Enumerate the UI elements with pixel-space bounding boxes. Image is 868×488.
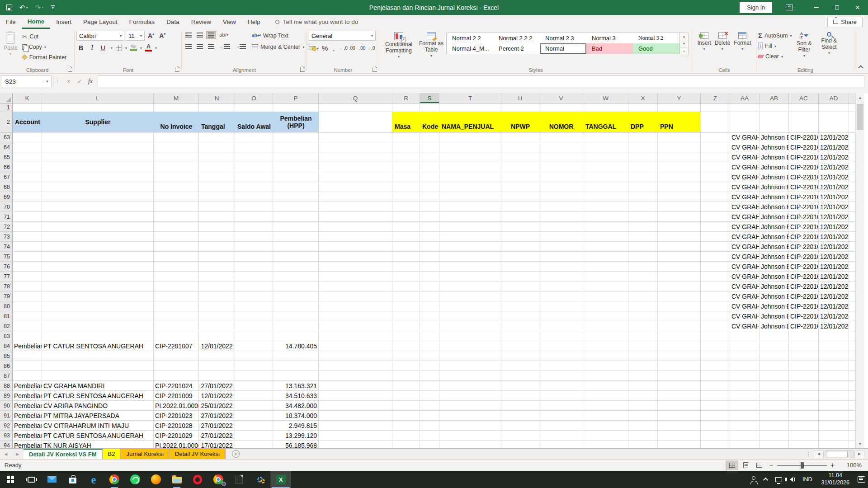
cell-X63[interactable] (628, 132, 658, 142)
cell-X70[interactable] (628, 202, 658, 212)
row-header-91[interactable]: 91 (0, 411, 13, 421)
cell-X87[interactable] (628, 371, 658, 381)
cell-Z73[interactable] (701, 232, 730, 242)
cell-style-normal-3[interactable]: Normal 3 (586, 33, 633, 43)
cell-R83[interactable] (392, 331, 420, 341)
ribbon-tab-insert[interactable]: Insert (50, 15, 77, 29)
row-header-82[interactable]: 82 (0, 321, 13, 331)
taskbar-button-opera[interactable] (187, 471, 208, 488)
cell-R80[interactable] (392, 301, 420, 311)
cell-W67[interactable] (583, 172, 628, 182)
cell-M77[interactable] (154, 272, 199, 282)
cell-AA69[interactable]: CV GRAHA (730, 192, 760, 202)
cell-P68[interactable] (273, 182, 319, 192)
conditional-formatting-button[interactable]: Conditional Formatting ▾ (381, 31, 416, 66)
cell-Y80[interactable] (658, 301, 701, 311)
find-select-button[interactable]: Find & Select▾ (816, 31, 841, 66)
cell-style-normal-2-2-2[interactable]: Normal 2 2 2 (493, 33, 540, 43)
cell-O93[interactable] (235, 431, 273, 441)
cell-P69[interactable] (273, 192, 319, 202)
cell-X64[interactable] (628, 142, 658, 152)
cell-M73[interactable] (154, 232, 199, 242)
cell-T83[interactable] (439, 331, 501, 341)
row-header-73[interactable]: 73 (0, 232, 13, 242)
cell-S75[interactable] (420, 252, 439, 262)
cell-AB85[interactable] (760, 351, 789, 361)
cell-AB63[interactable]: Johnson Ba (760, 132, 789, 142)
cell-Y86[interactable] (658, 361, 701, 371)
cell-AA85[interactable] (730, 351, 760, 361)
cell-U68[interactable] (501, 182, 539, 192)
cell-T80[interactable] (439, 301, 501, 311)
cell-AD67[interactable]: 12/01/2022 (819, 172, 849, 182)
cell-Q86[interactable] (319, 361, 392, 371)
cell-AC75[interactable]: CIP-22010 (789, 252, 819, 262)
header-cell-W[interactable]: TANGGAL (583, 112, 628, 132)
cell-V87[interactable] (539, 371, 583, 381)
cell-P82[interactable] (273, 321, 319, 331)
cell-Q90[interactable] (319, 401, 392, 411)
cell-U76[interactable] (501, 262, 539, 272)
cell-AA66[interactable]: CV GRAHA (730, 162, 760, 172)
column-header-P[interactable]: P (273, 93, 319, 103)
cell-Q73[interactable] (319, 232, 392, 242)
cell-AC93[interactable] (789, 431, 819, 441)
cell-U82[interactable] (501, 321, 539, 331)
cell-P79[interactable] (273, 291, 319, 301)
cell-Q75[interactable] (319, 252, 392, 262)
formula-bar-grip[interactable]: ⋮ (54, 77, 61, 84)
cell-AA87[interactable] (730, 371, 760, 381)
cell-U79[interactable] (501, 291, 539, 301)
cell-S78[interactable] (420, 282, 439, 291)
font-size-select[interactable]: 11▾ (126, 31, 145, 41)
cell-P94[interactable]: 56.185.968 (273, 441, 319, 448)
increase-decimal-button[interactable]: ←.0 .00 (338, 46, 357, 51)
cell-AD64[interactable]: 12/01/2022 (819, 142, 849, 152)
save-button[interactable] (6, 5, 12, 10)
cell-AB80[interactable]: Johnson Ba (760, 301, 789, 311)
tell-me-box[interactable]: Tell me what you want to do (275, 15, 359, 29)
cell-Q94[interactable] (319, 441, 392, 448)
vertical-scroll-thumb[interactable] (857, 104, 863, 130)
cell-Q69[interactable] (319, 192, 392, 202)
cell-M90[interactable]: PI.2022.01.00006 (154, 401, 199, 411)
cell-N73[interactable] (199, 232, 235, 242)
cell-T79[interactable] (439, 291, 501, 301)
cell-V1[interactable] (539, 103, 583, 112)
cell-L92[interactable]: CV CITRAHARUM INTI MAJU (42, 421, 154, 431)
cell-S64[interactable] (420, 142, 439, 152)
cell-K82[interactable] (13, 321, 42, 331)
cell-P87[interactable] (273, 371, 319, 381)
cell-AC88[interactable] (789, 381, 819, 391)
cell-AC67[interactable]: CIP-22010 (789, 172, 819, 182)
confirm-entry-button[interactable]: ✓ (74, 75, 85, 87)
cell-L89[interactable]: PT CATUR SENTOSA ANUGERAH (42, 391, 154, 401)
cell-P67[interactable] (273, 172, 319, 182)
styles-gallery-expand-button[interactable]: ≡ (680, 48, 688, 55)
cell-Y70[interactable] (658, 202, 701, 212)
cell-N76[interactable] (199, 262, 235, 272)
cell-R93[interactable] (392, 431, 420, 441)
row-header-1[interactable]: 1 (0, 103, 13, 112)
cell-V89[interactable] (539, 391, 583, 401)
zoom-level[interactable]: 100% (843, 462, 862, 469)
cell-U88[interactable] (501, 381, 539, 391)
cell-K74[interactable] (13, 242, 42, 252)
cell-R75[interactable] (392, 252, 420, 262)
cell-M87[interactable] (154, 371, 199, 381)
cell-AC80[interactable]: CIP-22010 (789, 301, 819, 311)
cell-K1[interactable] (13, 103, 42, 112)
cell-V80[interactable] (539, 301, 583, 311)
name-box[interactable]: S23 ▾ (1, 75, 52, 87)
taskbar-button-notes[interactable] (229, 471, 250, 488)
cell-L1[interactable] (42, 103, 154, 112)
cell-AC79[interactable]: CIP-22010 (789, 291, 819, 301)
cell-T89[interactable] (439, 391, 501, 401)
cell-M64[interactable] (154, 142, 199, 152)
cell-Y69[interactable] (658, 192, 701, 202)
cell-Y77[interactable] (658, 272, 701, 282)
taskbar-button-chrome-profile[interactable] (208, 471, 229, 488)
cell-T68[interactable] (439, 182, 501, 192)
cell-L74[interactable] (42, 242, 154, 252)
cell-O80[interactable] (235, 301, 273, 311)
